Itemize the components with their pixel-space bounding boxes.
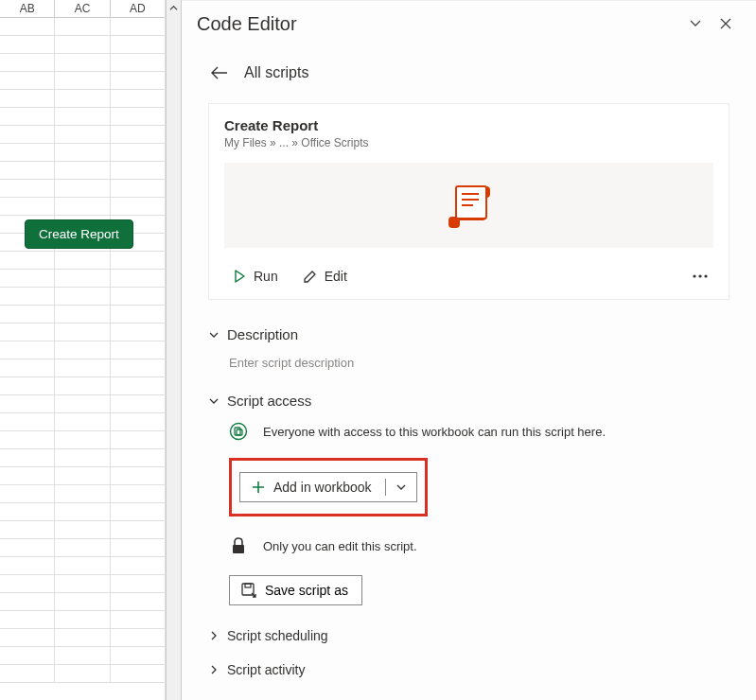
cell[interactable] — [0, 449, 54, 467]
cell[interactable] — [54, 665, 109, 683]
table-row[interactable] — [0, 431, 165, 449]
cell[interactable] — [0, 359, 54, 377]
cell[interactable] — [110, 539, 165, 557]
cell[interactable] — [54, 359, 109, 377]
cell[interactable] — [110, 180, 165, 198]
cell[interactable] — [0, 629, 54, 647]
table-row[interactable] — [0, 593, 165, 611]
cell[interactable] — [0, 503, 54, 521]
table-row[interactable] — [0, 54, 165, 72]
cell[interactable] — [54, 503, 109, 521]
cell[interactable] — [0, 431, 54, 449]
cell[interactable] — [0, 395, 54, 413]
cell[interactable] — [54, 270, 109, 288]
column-header[interactable]: AC — [54, 0, 109, 18]
column-header[interactable]: AB — [0, 0, 54, 18]
cell[interactable] — [0, 324, 54, 341]
cell[interactable] — [54, 575, 109, 593]
collapse-button[interactable] — [680, 9, 711, 39]
cell[interactable] — [54, 288, 109, 306]
cell[interactable] — [54, 413, 109, 431]
table-row[interactable] — [0, 629, 165, 647]
cell[interactable] — [54, 647, 109, 665]
cell[interactable] — [0, 108, 54, 126]
table-row[interactable] — [0, 180, 165, 198]
cell[interactable] — [110, 359, 165, 377]
column-header[interactable]: AD — [110, 0, 165, 18]
cell[interactable] — [54, 557, 109, 575]
table-row[interactable] — [0, 341, 165, 359]
table-row[interactable] — [0, 449, 165, 467]
cell[interactable] — [0, 611, 54, 629]
table-row[interactable] — [0, 324, 165, 341]
cell[interactable] — [110, 18, 165, 36]
cell[interactable] — [0, 36, 54, 54]
cell[interactable] — [110, 431, 165, 449]
cell[interactable] — [110, 629, 165, 647]
cell[interactable] — [110, 54, 165, 72]
cell[interactable] — [110, 144, 165, 162]
table-row[interactable] — [0, 611, 165, 629]
cell[interactable] — [110, 377, 165, 395]
cell[interactable] — [0, 593, 54, 611]
cell[interactable] — [110, 593, 165, 611]
cell[interactable] — [0, 647, 54, 665]
cell[interactable] — [110, 126, 165, 144]
cell[interactable] — [0, 413, 54, 431]
cell[interactable] — [54, 18, 109, 36]
cell[interactable] — [54, 324, 109, 341]
cell[interactable] — [110, 503, 165, 521]
back-button[interactable] — [208, 61, 231, 84]
cell[interactable] — [54, 629, 109, 647]
cell[interactable] — [54, 449, 109, 467]
table-row[interactable] — [0, 503, 165, 521]
cell[interactable] — [0, 180, 54, 198]
cell[interactable] — [0, 485, 54, 503]
cell[interactable] — [110, 162, 165, 180]
cell[interactable] — [110, 72, 165, 90]
script-scheduling-header[interactable]: Script scheduling — [208, 628, 730, 643]
cell[interactable] — [0, 539, 54, 557]
table-row[interactable] — [0, 647, 165, 665]
description-placeholder[interactable]: Enter script description — [229, 356, 730, 370]
cell[interactable] — [0, 377, 54, 395]
description-section-header[interactable]: Description — [208, 326, 730, 342]
cell[interactable] — [0, 90, 54, 108]
cell[interactable] — [54, 198, 109, 216]
cell[interactable] — [110, 557, 165, 575]
cell[interactable] — [110, 665, 165, 683]
table-row[interactable] — [0, 108, 165, 126]
table-row[interactable] — [0, 126, 165, 144]
cell[interactable] — [110, 647, 165, 665]
cell[interactable] — [0, 198, 54, 216]
cell[interactable] — [0, 665, 54, 683]
cell[interactable] — [0, 72, 54, 90]
cell[interactable] — [54, 593, 109, 611]
cell[interactable] — [110, 341, 165, 359]
cell[interactable] — [54, 144, 109, 162]
cell[interactable] — [0, 521, 54, 539]
table-row[interactable] — [0, 162, 165, 180]
cell[interactable] — [110, 467, 165, 485]
table-row[interactable] — [0, 539, 165, 557]
add-in-workbook-dropdown[interactable] — [386, 482, 416, 492]
cell[interactable] — [110, 270, 165, 288]
cell[interactable] — [54, 611, 109, 629]
cell[interactable] — [110, 90, 165, 108]
table-row[interactable] — [0, 90, 165, 108]
table-row[interactable] — [0, 485, 165, 503]
cell[interactable] — [110, 395, 165, 413]
cell[interactable] — [54, 162, 109, 180]
cell[interactable] — [110, 611, 165, 629]
cell[interactable] — [54, 36, 109, 54]
table-row[interactable] — [0, 36, 165, 54]
cell[interactable] — [110, 521, 165, 539]
close-button[interactable] — [711, 9, 741, 39]
cell[interactable] — [54, 467, 109, 485]
cell[interactable] — [0, 306, 54, 324]
run-button[interactable]: Run — [224, 265, 286, 288]
script-activity-header[interactable]: Script activity — [208, 662, 730, 677]
table-row[interactable] — [0, 575, 165, 593]
table-row[interactable] — [0, 270, 165, 288]
cell[interactable] — [110, 288, 165, 306]
